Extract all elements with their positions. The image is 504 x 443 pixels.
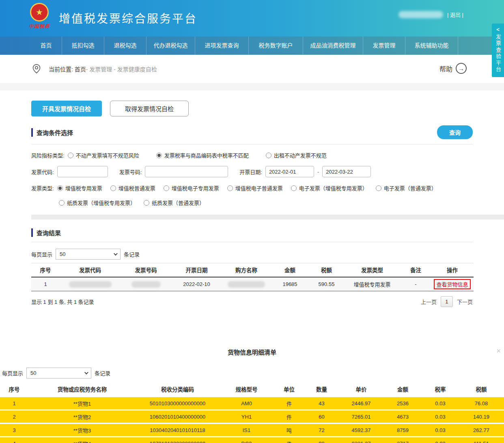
col-buyer: 购方名称 bbox=[222, 263, 271, 277]
nav-item-tax-digital-account[interactable]: 税务数字账户 bbox=[249, 37, 303, 55]
results-header-row: 序号 发票代码 发票号码 开票日期 购方名称 金额 税额 发票类型 备注 操作 bbox=[31, 263, 474, 277]
prev-page-button[interactable]: 上一页 bbox=[421, 298, 437, 305]
radio-label: 电子发票（普通发票） bbox=[384, 184, 437, 192]
tab-received-invoice-check[interactable]: 取得发票情况自检 bbox=[110, 101, 189, 116]
cell: 60 bbox=[304, 411, 339, 423]
chevron-left-icon: < bbox=[492, 26, 504, 32]
tab-issued-invoice-check[interactable]: 开具发票情况自检 bbox=[31, 101, 102, 116]
radio-type-general[interactable]: 增值税普通发票 bbox=[110, 184, 155, 192]
goods-detail-modal: 货物信息明细清单 × 每页显示 50 条记录 序号 货物或应税劳务名称 税收分类… bbox=[0, 348, 504, 443]
content-divider-band bbox=[0, 83, 504, 90]
view-goods-info-link[interactable]: 查看货物信息 bbox=[434, 279, 470, 289]
results-pager: 上一页 1 下一页 bbox=[421, 296, 473, 307]
nav-item-deduction-check[interactable]: 抵扣勾选 bbox=[62, 37, 104, 55]
radio-icon[interactable] bbox=[266, 153, 271, 158]
cell: 4592.37 bbox=[339, 424, 383, 436]
radio-icon[interactable] bbox=[376, 185, 381, 191]
radio-type-e-special[interactable]: 增值税电子专用发票 bbox=[164, 184, 219, 192]
results-page-size-select[interactable]: 50 bbox=[56, 249, 121, 260]
cell: 5010103000000000000 bbox=[136, 397, 219, 409]
radio-label: 纸质发票（普通发票） bbox=[152, 199, 205, 206]
col-amount: 金额 bbox=[383, 382, 422, 396]
nav-item-home[interactable]: 首页 bbox=[30, 37, 62, 55]
radio-type-paper-special[interactable]: 纸质发票（增值税专用发票） bbox=[59, 199, 136, 206]
main-nav: 首页 抵扣勾选 退税勾选 代办退税勾选 进项发票查询 税务数字账户 成品油消费税… bbox=[0, 37, 504, 55]
radio-icon[interactable] bbox=[156, 153, 162, 158]
radio-icon[interactable] bbox=[144, 200, 149, 206]
col-spec-model: 规格型号 bbox=[219, 382, 274, 396]
date-from-input[interactable] bbox=[265, 166, 314, 177]
radio-icon[interactable] bbox=[57, 185, 63, 191]
invoice-type-row-2: 纸质发票（增值税专用发票） 纸质发票（普通发票） bbox=[59, 199, 473, 206]
nav-item-invoice-management[interactable]: 发票管理 bbox=[363, 37, 405, 55]
page-size-suffix: 条记录 bbox=[124, 250, 140, 258]
cell: 0.03 bbox=[422, 437, 459, 443]
logout-link[interactable]: | 退出 | bbox=[447, 11, 463, 18]
nav-item-refined-oil-tax[interactable]: 成品油消费税管理 bbox=[303, 37, 363, 55]
radio-risk-rental[interactable]: 出租不动产发票不规范 bbox=[266, 151, 327, 159]
username-redacted bbox=[398, 11, 443, 18]
main-content: 开具发票情况自检 取得发票情况自检 查询条件选择 查询 风险指标类型: 不动产发… bbox=[0, 90, 504, 307]
cell: 3717 bbox=[383, 437, 422, 443]
cell: **货物3 bbox=[28, 424, 136, 436]
next-page-button[interactable]: 下一页 bbox=[457, 298, 473, 305]
close-icon[interactable]: × bbox=[496, 347, 501, 355]
chevron-down-icon bbox=[84, 370, 88, 374]
radio-risk-realestate-fill[interactable]: 不动产发票填写不规范风险 bbox=[68, 151, 139, 159]
radio-type-einvoice-special[interactable]: 电子发票（增值税专用发票） bbox=[291, 184, 368, 192]
invoice-number-label: 发票号码: bbox=[119, 168, 142, 176]
cell-action: 查看货物信息 bbox=[431, 277, 474, 291]
radio-type-einvoice-general[interactable]: 电子发票（普通发票） bbox=[376, 184, 437, 192]
radio-icon[interactable] bbox=[110, 185, 116, 191]
radio-icon[interactable] bbox=[164, 185, 169, 191]
radio-icon[interactable] bbox=[227, 185, 233, 191]
radio-type-paper-general[interactable]: 纸质发票（普通发票） bbox=[144, 199, 205, 206]
cell: 1 bbox=[0, 397, 28, 409]
national-emblem-icon: ★ bbox=[30, 3, 49, 22]
radio-label: 增值税专用发票 bbox=[65, 184, 102, 192]
page-number-button[interactable]: 1 bbox=[441, 296, 453, 307]
nav-item-tax-refund-check[interactable]: 退税勾选 bbox=[104, 37, 146, 55]
nav-item-system-aux[interactable]: 系统辅助功能 bbox=[405, 37, 458, 55]
modal-page-size-select[interactable]: 50 bbox=[26, 368, 91, 378]
radio-icon[interactable] bbox=[291, 185, 297, 191]
cell: 2 bbox=[0, 411, 28, 423]
cell-type: 增值税专用发票 bbox=[344, 277, 401, 291]
radio-icon[interactable] bbox=[68, 153, 73, 158]
date-to-input[interactable] bbox=[322, 166, 371, 177]
nav-item-agent-refund-check[interactable]: 代办退税勾选 bbox=[146, 37, 195, 55]
radio-label: 出租不动产发票不规范 bbox=[274, 151, 327, 159]
cell: 4 bbox=[0, 437, 28, 443]
radio-label: 纸质发票（增值税专用发票） bbox=[67, 199, 136, 206]
side-tab-label: 发票查验平台 bbox=[492, 34, 504, 73]
help-button[interactable]: 帮助 → bbox=[439, 63, 467, 74]
invoice-number-input[interactable] bbox=[145, 166, 228, 177]
cell: 8759 bbox=[383, 424, 422, 436]
col-unit-price: 单价 bbox=[339, 382, 383, 396]
results-page-size-row: 每页显示 50 条记录 bbox=[31, 249, 473, 260]
radio-icon[interactable] bbox=[59, 200, 65, 206]
breadcrumb-bar: 当前位置: 首页 - 发票管理 - 发票健康度自检 帮助 → bbox=[0, 55, 504, 83]
results-table: 序号 发票代码 发票号码 开票日期 购方名称 金额 税额 发票类型 备注 操作 … bbox=[31, 263, 474, 291]
col-quantity: 数量 bbox=[304, 382, 339, 396]
nav-item-input-invoice-query[interactable]: 进项发票查询 bbox=[195, 37, 249, 55]
col-invoice-number: 发票号码 bbox=[121, 263, 171, 277]
invoice-date-label: 开票日期: bbox=[239, 168, 262, 176]
cell: 2446.97 bbox=[339, 397, 383, 409]
cell: 262.77 bbox=[459, 424, 504, 436]
radio-label: 增值税电子专用发票 bbox=[172, 184, 219, 192]
invoice-code-redacted bbox=[69, 281, 112, 288]
invoice-code-input[interactable] bbox=[57, 166, 108, 177]
cell: IS1 bbox=[219, 424, 274, 436]
results-summary: 显示 1 到 1 条, 共 1 条记录 bbox=[31, 298, 94, 305]
location-pin-icon bbox=[32, 64, 41, 74]
cell: 4673 bbox=[383, 411, 422, 423]
invoice-verify-side-tab[interactable]: < 发票查验平台 bbox=[492, 24, 504, 77]
radio-risk-rate-mismatch[interactable]: 发票税率与商品编码表中税率不匹配 bbox=[156, 151, 249, 159]
cell: 0.03 bbox=[422, 411, 459, 423]
radio-type-special[interactable]: 增值税专用发票 bbox=[57, 184, 102, 192]
radio-type-e-general[interactable]: 增值税电子普通发票 bbox=[227, 184, 283, 192]
query-button[interactable]: 查询 bbox=[437, 125, 473, 139]
query-conditions-title: 查询条件选择 bbox=[31, 128, 73, 137]
tax-logo: ★ 中国税务 bbox=[28, 3, 51, 29]
